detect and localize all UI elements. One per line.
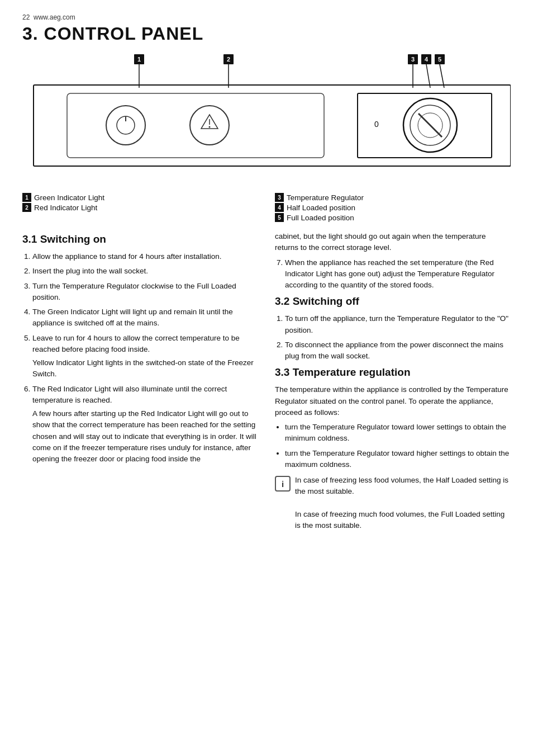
section-3-3-intro: The temperature within the appliance is … [275, 384, 511, 418]
page-number: 22 www.aeg.com [22, 13, 511, 21]
step-7: When the appliance has reached the set t… [285, 257, 511, 291]
legend-badge-3: 3 [275, 193, 284, 202]
info-text-2: In case of freezing much food volumes, t… [295, 510, 505, 530]
legend-badge-2: 2 [22, 203, 31, 212]
step-2-text: Insert the plug into the wall socket. [32, 267, 148, 275]
legend-grid: 1 Green Indicator Light 3 Temperature Re… [22, 193, 511, 222]
step-4: The Green Indicator Light will light up … [32, 306, 258, 329]
legend-item-5: 5 Full Loaded position [275, 213, 511, 222]
step-3-text: Turn the Temperature Regulator clockwise… [32, 282, 236, 301]
step-2: Insert the plug into the wall socket. [32, 266, 258, 277]
off-step-1: To turn off the appliance, turn the Temp… [285, 313, 511, 336]
svg-text:5: 5 [438, 56, 441, 63]
chapter-num: 3. [22, 23, 39, 44]
svg-text:4: 4 [425, 56, 429, 63]
legend-item-4: 4 Half Loaded position [275, 203, 511, 212]
svg-point-20 [190, 106, 229, 145]
svg-text:1: 1 [137, 56, 141, 63]
off-step-1-text: To turn off the appliance, turn the Temp… [285, 314, 508, 334]
svg-point-23 [209, 126, 211, 128]
step-6-text: The Red Indicator Light will also illumi… [32, 385, 227, 404]
temp-regulation-bullets: turn the Temperature Regulator toward lo… [275, 422, 511, 470]
legend-label-2: Red Indicator Light [34, 204, 97, 212]
step-6-subpara: A few hours after starting up the Red In… [32, 408, 258, 465]
chapter-title-text: CONTROL PANEL [44, 23, 204, 44]
step-1-text: Allow the appliance to stand for 4 hours… [32, 252, 221, 261]
svg-point-17 [106, 106, 145, 145]
diagram-svg: 1 2 3 4 5 0 [22, 54, 511, 183]
section-3-2-title: 3.2 Switching off [275, 295, 511, 308]
step-6: The Red Indicator Light will also illumi… [32, 384, 258, 465]
bullet-1: turn the Temperature Regulator toward lo… [285, 422, 511, 445]
chapter-title: 3. CONTROL PANEL [22, 23, 511, 44]
legend-label-5: Full Loaded position [287, 214, 354, 222]
section-3-1-title: 3.1 Switching on [22, 233, 258, 245]
left-column: 3.1 Switching on Allow the appliance to … [22, 231, 258, 531]
two-column-layout: 3.1 Switching on Allow the appliance to … [22, 231, 511, 531]
svg-line-14 [440, 64, 444, 88]
legend-item-2: 2 Red Indicator Light [22, 203, 258, 212]
step-4-text: The Green Indicator Light will light up … [32, 308, 233, 327]
legend-item-1: 1 Green Indicator Light [22, 193, 258, 202]
svg-line-13 [426, 64, 430, 88]
switching-off-steps: To turn off the appliance, turn the Temp… [275, 313, 511, 362]
step-1: Allow the appliance to stand for 4 hours… [32, 251, 258, 262]
right-column: cabinet, but the light should go out aga… [275, 231, 511, 531]
legend-label-3: Temperature Regulator [287, 193, 364, 202]
off-step-2: To disconnect the appliance from the pow… [285, 339, 511, 362]
info-icon: i [275, 476, 291, 492]
step-5-text: Leave to run for 4 hours to allow the co… [32, 334, 240, 353]
continuation-text: cabinet, but the light should go out aga… [275, 231, 511, 254]
legend-badge-1: 1 [22, 193, 31, 202]
section-3-3-title: 3.3 Temperature regulation [275, 366, 511, 379]
svg-text:3: 3 [411, 56, 415, 63]
svg-text:2: 2 [227, 56, 230, 63]
bullet-2: turn the Temperature Regulator toward hi… [285, 448, 511, 471]
legend-label-1: Green Indicator Light [34, 193, 104, 202]
step-5: Leave to run for 4 hours to allow the co… [32, 333, 258, 380]
svg-text:0: 0 [374, 120, 379, 129]
website-text: www.aeg.com [34, 13, 75, 21]
bullet-2-text: turn the Temperature Regulator toward hi… [285, 449, 509, 469]
off-step-2-text: To disconnect the appliance from the pow… [285, 341, 503, 360]
info-box: i In case of freezing less food volumes,… [275, 475, 511, 531]
legend-badge-4: 4 [275, 203, 284, 212]
page-num-text: 22 [22, 13, 30, 21]
step-7-text: When the appliance has reached the set t… [285, 258, 494, 290]
legend-item-3: 3 Temperature Regulator [275, 193, 511, 202]
legend-badge-5: 5 [275, 213, 284, 222]
bullet-1-text: turn the Temperature Regulator toward lo… [285, 423, 506, 442]
legend-label-4: Half Loaded position [287, 204, 355, 212]
step-3: Turn the Temperature Regulator clockwise… [32, 281, 258, 304]
switching-on-steps: Allow the appliance to stand for 4 hours… [22, 251, 258, 465]
step-7-list: When the appliance has reached the set t… [275, 257, 511, 291]
control-panel-diagram: 1 2 3 4 5 0 [22, 54, 511, 183]
step-5-subpara: Yellow Indicator Light lights in the swi… [32, 357, 258, 380]
info-text-1: In case of freezing less food volumes, t… [295, 476, 508, 495]
info-text-container: In case of freezing less food volumes, t… [295, 475, 511, 531]
